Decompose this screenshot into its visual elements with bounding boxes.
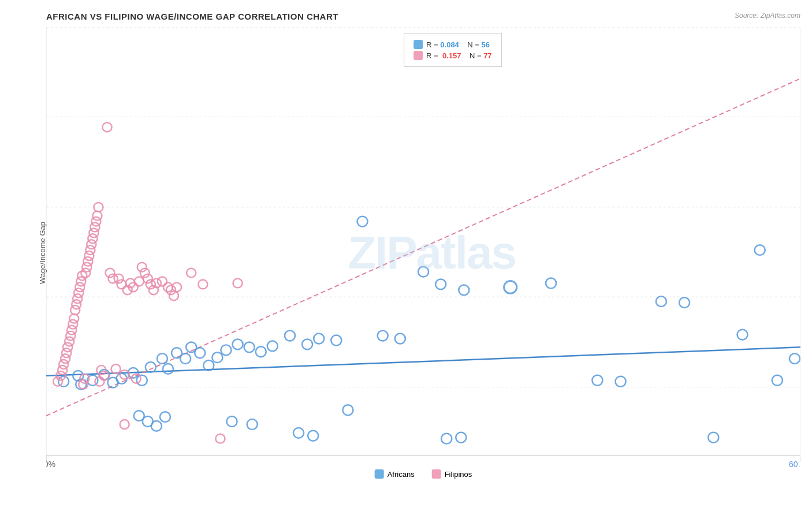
svg-point-50 bbox=[546, 278, 556, 289]
svg-point-118 bbox=[137, 263, 147, 272]
svg-point-68 bbox=[441, 434, 452, 444]
svg-point-73 bbox=[59, 360, 68, 369]
legend-row-africans: R = 0.084 N = 56 bbox=[414, 40, 492, 49]
svg-point-65 bbox=[247, 419, 258, 430]
svg-point-44 bbox=[378, 331, 388, 341]
svg-point-110 bbox=[114, 274, 124, 283]
legend-swatch-filipinos bbox=[414, 51, 423, 60]
scatter-chart: 20.0% 40.0% 60.0% 80.0% 0.0% 60.0% bbox=[46, 27, 800, 479]
svg-point-101 bbox=[92, 211, 102, 221]
r-value-filipinos: 0.157 bbox=[442, 51, 461, 60]
svg-point-76 bbox=[63, 342, 72, 352]
svg-point-69 bbox=[456, 432, 466, 443]
svg-point-52 bbox=[616, 376, 626, 387]
svg-point-42 bbox=[342, 405, 353, 415]
n-value-filipinos: 77 bbox=[483, 51, 491, 60]
svg-point-63 bbox=[160, 412, 170, 422]
svg-point-111 bbox=[117, 280, 126, 289]
svg-point-48 bbox=[459, 285, 469, 295]
svg-point-55 bbox=[708, 432, 718, 443]
svg-point-62 bbox=[151, 421, 162, 431]
svg-point-56 bbox=[737, 330, 747, 340]
legend-row-filipinos: R = 0.157 N = 77 bbox=[414, 51, 492, 60]
africans-label: Africans bbox=[388, 470, 415, 479]
source-label: Source: ZipAtlas.com bbox=[735, 12, 800, 20]
svg-point-23 bbox=[137, 375, 147, 386]
n-value-africans: 56 bbox=[482, 40, 490, 49]
svg-point-66 bbox=[293, 428, 304, 438]
svg-point-51 bbox=[592, 375, 602, 386]
svg-point-36 bbox=[256, 346, 266, 357]
chart-container: AFRICAN VS FILIPINO WAGE/INCOME GAP CORR… bbox=[0, 0, 812, 515]
svg-point-81 bbox=[69, 314, 79, 323]
svg-point-58 bbox=[772, 375, 783, 386]
legend-text-africans: R = 0.084 N = 56 bbox=[426, 40, 490, 49]
svg-point-109 bbox=[111, 364, 121, 374]
legend-box: R = 0.084 N = 56 R = 0.157 N = 77 bbox=[404, 33, 502, 67]
svg-point-127 bbox=[169, 291, 178, 300]
svg-point-40 bbox=[314, 334, 324, 344]
svg-point-117 bbox=[135, 277, 144, 286]
svg-point-47 bbox=[435, 279, 446, 290]
svg-point-67 bbox=[308, 431, 318, 441]
svg-point-45 bbox=[395, 334, 405, 344]
svg-point-37 bbox=[267, 341, 278, 351]
svg-point-106 bbox=[102, 122, 111, 132]
svg-point-39 bbox=[302, 339, 312, 349]
svg-text:60.0%: 60.0% bbox=[789, 460, 800, 469]
y-axis-label: Wage/Income Gap bbox=[38, 222, 47, 284]
svg-point-57 bbox=[755, 245, 765, 255]
svg-point-120 bbox=[143, 274, 152, 283]
svg-point-49 bbox=[504, 281, 517, 294]
svg-point-64 bbox=[226, 416, 237, 427]
svg-point-107 bbox=[105, 268, 114, 278]
svg-point-132 bbox=[233, 279, 242, 288]
svg-point-128 bbox=[172, 282, 181, 292]
bottom-legend: Africans Filipinos bbox=[375, 469, 472, 479]
bottom-legend-africans: Africans bbox=[375, 469, 415, 479]
bottom-legend-filipinos: Filipinos bbox=[432, 469, 472, 479]
svg-line-14 bbox=[46, 79, 800, 416]
svg-point-34 bbox=[232, 339, 243, 349]
svg-point-26 bbox=[163, 364, 173, 374]
svg-text:0.0%: 0.0% bbox=[46, 460, 55, 469]
svg-line-13 bbox=[46, 347, 800, 375]
filipinos-label: Filipinos bbox=[445, 470, 472, 479]
svg-point-133 bbox=[120, 420, 129, 429]
svg-point-38 bbox=[285, 331, 295, 341]
svg-point-41 bbox=[331, 335, 341, 346]
svg-point-46 bbox=[418, 267, 429, 277]
svg-point-43 bbox=[357, 217, 367, 227]
legend-text-filipinos: R = 0.157 N = 77 bbox=[426, 51, 492, 60]
africans-swatch bbox=[375, 469, 384, 479]
svg-point-25 bbox=[157, 353, 167, 364]
svg-point-30 bbox=[195, 348, 205, 358]
svg-point-54 bbox=[679, 297, 690, 308]
chart-title: AFRICAN VS FILIPINO WAGE/INCOME GAP CORR… bbox=[46, 12, 800, 21]
svg-point-119 bbox=[140, 268, 150, 278]
svg-point-124 bbox=[158, 277, 167, 286]
svg-point-24 bbox=[146, 362, 156, 372]
svg-point-35 bbox=[244, 342, 255, 352]
svg-point-28 bbox=[180, 353, 191, 364]
svg-point-130 bbox=[198, 280, 207, 289]
svg-point-59 bbox=[789, 353, 800, 364]
filipinos-swatch bbox=[432, 469, 441, 479]
chart-area: Wage/Income Gap R = 0.084 N = 56 R = 0.1… bbox=[46, 27, 800, 479]
svg-point-33 bbox=[221, 345, 231, 355]
svg-point-53 bbox=[656, 296, 666, 307]
svg-point-32 bbox=[212, 352, 222, 363]
svg-point-131 bbox=[215, 434, 225, 443]
r-value-africans: 0.084 bbox=[440, 40, 459, 49]
legend-swatch-africans bbox=[414, 40, 423, 49]
svg-point-129 bbox=[187, 268, 196, 278]
